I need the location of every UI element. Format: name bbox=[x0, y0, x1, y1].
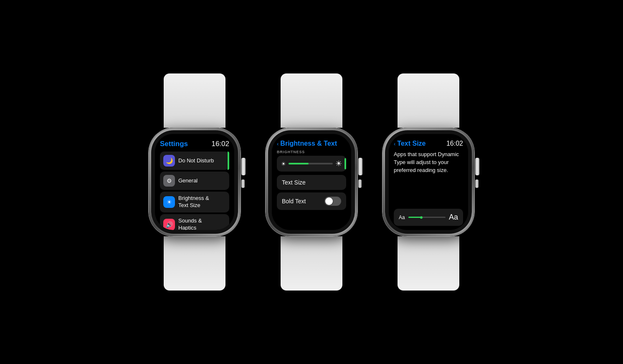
settings-screen: Settings 16:02 🌙 Do Not Disturb ⚙ bbox=[155, 134, 234, 230]
general-icon: ⚙ bbox=[163, 175, 175, 187]
brightness-green-bar bbox=[344, 158, 346, 169]
watch-screen-3: ‹ Text Size 16:02 Apps that support Dyna… bbox=[389, 134, 468, 230]
watch-screen-2: ‹ Brightness & Text BRIGHTNESS ☀ bbox=[272, 134, 351, 230]
settings-list: 🌙 Do Not Disturb ⚙ General ☀ Brightness … bbox=[160, 152, 229, 230]
band-bottom-1 bbox=[164, 236, 225, 291]
watch-btn-3[interactable] bbox=[475, 179, 479, 188]
brightness-fill bbox=[289, 163, 309, 164]
watch-body-1: Settings 16:02 🌙 Do Not Disturb ⚙ bbox=[149, 128, 241, 236]
toggle-thumb bbox=[325, 197, 333, 205]
textsize-time: 16:02 bbox=[446, 140, 463, 147]
sun-small-icon: ☀ bbox=[281, 161, 286, 167]
aa-large-label: Aa bbox=[449, 213, 458, 222]
brightness-slider-container[interactable]: ☀ ☀ bbox=[277, 156, 346, 172]
list-item-brightness[interactable]: ☀ Brightness &Text Size bbox=[160, 192, 229, 212]
sounds-label: Sounds &Haptics bbox=[178, 217, 226, 230]
list-item-sounds[interactable]: 🔊 Sounds &Haptics bbox=[160, 214, 229, 230]
textsize-header: ‹ Text Size 16:02 bbox=[394, 140, 463, 147]
textsize-description: Apps that support Dynamic Type will adju… bbox=[394, 151, 463, 203]
bold-text-label: Bold Text bbox=[282, 198, 306, 205]
text-size-menu-item[interactable]: Text Size bbox=[277, 175, 346, 190]
watch-settings: Settings 16:02 🌙 Do Not Disturb ⚙ bbox=[149, 73, 241, 291]
bold-text-menu-item[interactable]: Bold Text bbox=[277, 192, 346, 210]
green-indicator bbox=[228, 152, 229, 170]
brightness-track[interactable] bbox=[289, 163, 333, 164]
band-bottom-3 bbox=[398, 236, 459, 291]
textsize-back-title: ‹ Text Size bbox=[394, 140, 426, 147]
brightness-title: Brightness & Text bbox=[280, 140, 337, 147]
general-label: General bbox=[178, 177, 226, 185]
band-top-2 bbox=[281, 73, 342, 128]
textsize-screen: ‹ Text Size 16:02 Apps that support Dyna… bbox=[389, 134, 468, 230]
watch-btn-1[interactable] bbox=[241, 179, 245, 188]
band-bottom-2 bbox=[281, 236, 342, 291]
sounds-icon: 🔊 bbox=[163, 219, 175, 230]
settings-header: Settings 16:02 bbox=[160, 140, 229, 148]
watch-textsize: ‹ Text Size 16:02 Apps that support Dyna… bbox=[382, 73, 474, 291]
aa-small-label: Aa bbox=[399, 215, 405, 220]
watch-inner-3: ‹ Text Size 16:02 Apps that support Dyna… bbox=[385, 130, 472, 234]
watch-screen-1: Settings 16:02 🌙 Do Not Disturb ⚙ bbox=[155, 134, 234, 230]
watch-inner-2: ‹ Brightness & Text BRIGHTNESS ☀ bbox=[268, 130, 355, 234]
watches-container: Settings 16:02 🌙 Do Not Disturb ⚙ bbox=[149, 73, 474, 291]
bold-text-toggle[interactable] bbox=[324, 197, 341, 206]
textsize-title: Text Size bbox=[397, 140, 425, 147]
list-item-general[interactable]: ⚙ General bbox=[160, 172, 229, 190]
watch-crown-1[interactable] bbox=[241, 158, 246, 175]
watch-body-2: ‹ Brightness & Text BRIGHTNESS ☀ bbox=[266, 128, 357, 236]
textsize-slider-container[interactable]: Aa Aa bbox=[394, 209, 463, 226]
watch-crown-2[interactable] bbox=[358, 158, 362, 175]
textsize-fill bbox=[408, 217, 421, 218]
band-top-3 bbox=[398, 73, 459, 128]
watch-btn-2[interactable] bbox=[358, 179, 362, 188]
settings-title: Settings bbox=[160, 140, 188, 148]
band-top-1 bbox=[164, 73, 225, 128]
brightness-screen: ‹ Brightness & Text BRIGHTNESS ☀ bbox=[272, 134, 351, 230]
watch-inner-1: Settings 16:02 🌙 Do Not Disturb ⚙ bbox=[151, 130, 238, 234]
brightness-section-label: BRIGHTNESS bbox=[277, 150, 346, 154]
textsize-track[interactable] bbox=[408, 217, 446, 218]
textsize-back-chevron[interactable]: ‹ bbox=[394, 141, 395, 147]
brightness-icon: ☀ bbox=[163, 196, 175, 208]
brightness-label: Brightness &Text Size bbox=[178, 195, 226, 209]
back-chevron[interactable]: ‹ bbox=[277, 141, 279, 147]
text-size-label: Text Size bbox=[282, 179, 306, 186]
sun-large-icon: ☀ bbox=[335, 159, 342, 168]
watch-crown-3[interactable] bbox=[475, 158, 479, 175]
brightness-slider-row: ☀ ☀ bbox=[281, 159, 342, 168]
brightness-header: ‹ Brightness & Text bbox=[277, 140, 346, 147]
settings-time: 16:02 bbox=[211, 140, 229, 148]
dnd-label: Do Not Disturb bbox=[178, 157, 226, 164]
list-item-dnd[interactable]: 🌙 Do Not Disturb bbox=[160, 152, 229, 170]
watch-brightness: ‹ Brightness & Text BRIGHTNESS ☀ bbox=[266, 73, 357, 291]
dnd-icon: 🌙 bbox=[163, 155, 175, 167]
textsize-dot bbox=[420, 216, 423, 219]
watch-body-3: ‹ Text Size 16:02 Apps that support Dyna… bbox=[382, 128, 474, 236]
